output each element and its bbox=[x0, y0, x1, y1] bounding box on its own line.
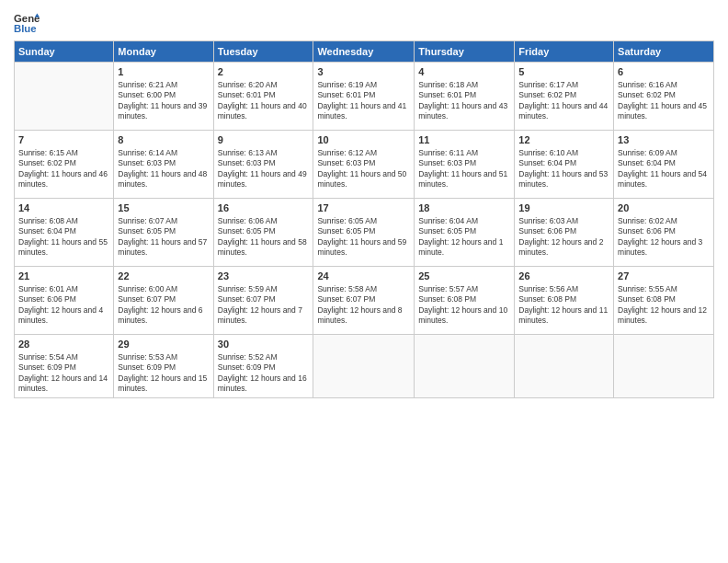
sunrise-text: Sunrise: 6:13 AM bbox=[218, 148, 278, 157]
daylight-text: Daylight: 12 hours and 6 minutes. bbox=[118, 305, 202, 325]
day-number: 23 bbox=[218, 270, 310, 283]
day-number: 8 bbox=[118, 133, 209, 147]
day-number: 11 bbox=[418, 133, 510, 147]
sunset-text: Sunset: 6:04 PM bbox=[518, 158, 576, 167]
day-number: 12 bbox=[518, 133, 609, 147]
sunrise-text: Sunrise: 6:06 AM bbox=[218, 216, 278, 225]
header-cell-friday: Friday bbox=[515, 41, 614, 63]
calendar-cell: 7Sunrise: 6:15 AMSunset: 6:02 PMDaylight… bbox=[15, 131, 114, 199]
sunrise-text: Sunrise: 6:08 AM bbox=[18, 216, 78, 225]
daylight-text: Daylight: 11 hours and 57 minutes. bbox=[118, 237, 207, 257]
daylight-text: Daylight: 11 hours and 45 minutes. bbox=[618, 101, 707, 121]
week-row-2: 7Sunrise: 6:15 AMSunset: 6:02 PMDaylight… bbox=[15, 131, 714, 199]
week-row-1: 1Sunrise: 6:21 AMSunset: 6:00 PMDaylight… bbox=[15, 63, 714, 131]
calendar-cell: 12Sunrise: 6:10 AMSunset: 6:04 PMDayligh… bbox=[515, 131, 614, 199]
day-number: 5 bbox=[518, 65, 609, 79]
calendar-cell: 23Sunrise: 5:59 AMSunset: 6:07 PMDayligh… bbox=[213, 267, 313, 335]
daylight-text: Daylight: 11 hours and 41 minutes. bbox=[317, 101, 406, 121]
sunrise-text: Sunrise: 6:19 AM bbox=[317, 80, 377, 89]
week-row-4: 21Sunrise: 6:01 AMSunset: 6:06 PMDayligh… bbox=[15, 267, 714, 335]
calendar-cell: 8Sunrise: 6:14 AMSunset: 6:03 PMDaylight… bbox=[114, 131, 213, 199]
sunset-text: Sunset: 6:00 PM bbox=[118, 90, 176, 99]
day-number: 29 bbox=[118, 338, 209, 351]
day-number: 10 bbox=[317, 133, 410, 147]
calendar-cell: 9Sunrise: 6:13 AMSunset: 6:03 PMDaylight… bbox=[213, 131, 313, 199]
sunrise-text: Sunrise: 6:18 AM bbox=[418, 80, 478, 89]
daylight-text: Daylight: 12 hours and 12 minutes. bbox=[618, 305, 707, 325]
sunrise-text: Sunrise: 6:04 AM bbox=[418, 216, 478, 225]
sunrise-text: Sunrise: 6:16 AM bbox=[618, 80, 677, 89]
daylight-text: Daylight: 12 hours and 14 minutes. bbox=[18, 373, 108, 393]
calendar-cell: 27Sunrise: 5:55 AMSunset: 6:08 PMDayligh… bbox=[614, 267, 714, 335]
calendar-cell: 11Sunrise: 6:11 AMSunset: 6:03 PMDayligh… bbox=[415, 131, 515, 199]
day-number: 4 bbox=[418, 65, 510, 79]
daylight-text: Daylight: 12 hours and 10 minutes. bbox=[418, 305, 507, 325]
calendar-cell: 6Sunrise: 6:16 AMSunset: 6:02 PMDaylight… bbox=[614, 63, 714, 131]
sunset-text: Sunset: 6:07 PM bbox=[118, 294, 176, 304]
calendar-cell: 21Sunrise: 6:01 AMSunset: 6:06 PMDayligh… bbox=[15, 267, 114, 335]
day-number: 17 bbox=[317, 201, 410, 215]
calendar-cell: 18Sunrise: 6:04 AMSunset: 6:05 PMDayligh… bbox=[415, 199, 515, 267]
sunrise-text: Sunrise: 6:09 AM bbox=[618, 148, 677, 157]
daylight-text: Daylight: 11 hours and 40 minutes. bbox=[218, 101, 307, 121]
calendar-cell: 15Sunrise: 6:07 AMSunset: 6:05 PMDayligh… bbox=[114, 199, 213, 267]
day-number: 15 bbox=[118, 201, 209, 215]
calendar-cell: 5Sunrise: 6:17 AMSunset: 6:02 PMDaylight… bbox=[515, 63, 614, 131]
calendar-cell: 17Sunrise: 6:05 AMSunset: 6:05 PMDayligh… bbox=[313, 199, 415, 267]
calendar-cell: 19Sunrise: 6:03 AMSunset: 6:06 PMDayligh… bbox=[515, 199, 614, 267]
daylight-text: Daylight: 11 hours and 55 minutes. bbox=[18, 237, 108, 257]
calendar-body: 1Sunrise: 6:21 AMSunset: 6:00 PMDaylight… bbox=[15, 63, 714, 398]
daylight-text: Daylight: 12 hours and 2 minutes. bbox=[518, 237, 603, 257]
calendar-cell: 28Sunrise: 5:54 AMSunset: 6:09 PMDayligh… bbox=[15, 335, 114, 398]
sunrise-text: Sunrise: 6:00 AM bbox=[118, 284, 177, 293]
sunset-text: Sunset: 6:07 PM bbox=[218, 294, 276, 304]
sunset-text: Sunset: 6:02 PM bbox=[18, 158, 76, 167]
calendar-cell: 26Sunrise: 5:56 AMSunset: 6:08 PMDayligh… bbox=[515, 267, 614, 335]
header-cell-thursday: Thursday bbox=[415, 41, 515, 63]
calendar-cell: 25Sunrise: 5:57 AMSunset: 6:08 PMDayligh… bbox=[415, 267, 515, 335]
calendar-cell bbox=[415, 335, 515, 398]
sunset-text: Sunset: 6:06 PM bbox=[18, 294, 76, 304]
sunrise-text: Sunrise: 5:59 AM bbox=[218, 284, 278, 293]
daylight-text: Daylight: 12 hours and 4 minutes. bbox=[18, 305, 103, 325]
sunset-text: Sunset: 6:01 PM bbox=[418, 90, 476, 99]
week-row-3: 14Sunrise: 6:08 AMSunset: 6:04 PMDayligh… bbox=[15, 199, 714, 267]
sunrise-text: Sunrise: 6:02 AM bbox=[618, 216, 677, 225]
daylight-text: Daylight: 12 hours and 16 minutes. bbox=[218, 373, 307, 393]
sunset-text: Sunset: 6:02 PM bbox=[618, 90, 676, 99]
day-number: 16 bbox=[218, 201, 310, 215]
sunset-text: Sunset: 6:03 PM bbox=[218, 158, 276, 167]
sunset-text: Sunset: 6:09 PM bbox=[118, 362, 176, 372]
day-number: 21 bbox=[18, 270, 109, 283]
sunset-text: Sunset: 6:05 PM bbox=[218, 226, 276, 236]
calendar-cell bbox=[15, 63, 114, 131]
calendar-cell bbox=[313, 335, 415, 398]
day-number: 3 bbox=[317, 65, 410, 79]
day-number: 28 bbox=[18, 338, 109, 351]
calendar-cell bbox=[515, 335, 614, 398]
header-cell-sunday: Sunday bbox=[15, 41, 114, 63]
calendar-cell: 30Sunrise: 5:52 AMSunset: 6:09 PMDayligh… bbox=[213, 335, 313, 398]
calendar-cell: 14Sunrise: 6:08 AMSunset: 6:04 PMDayligh… bbox=[15, 199, 114, 267]
sunrise-text: Sunrise: 5:52 AM bbox=[218, 352, 278, 362]
calendar-table: SundayMondayTuesdayWednesdayThursdayFrid… bbox=[14, 40, 714, 398]
sunset-text: Sunset: 6:05 PM bbox=[418, 226, 476, 236]
day-number: 20 bbox=[618, 201, 710, 215]
sunrise-text: Sunrise: 6:03 AM bbox=[518, 216, 578, 225]
daylight-text: Daylight: 11 hours and 53 minutes. bbox=[518, 169, 608, 189]
daylight-text: Daylight: 11 hours and 43 minutes. bbox=[418, 101, 507, 121]
sunrise-text: Sunrise: 6:21 AM bbox=[118, 80, 177, 89]
daylight-text: Daylight: 11 hours and 58 minutes. bbox=[218, 237, 307, 257]
sunrise-text: Sunrise: 6:20 AM bbox=[218, 80, 278, 89]
sunset-text: Sunset: 6:08 PM bbox=[618, 294, 676, 304]
sunrise-text: Sunrise: 6:11 AM bbox=[418, 148, 478, 157]
sunset-text: Sunset: 6:02 PM bbox=[518, 90, 576, 99]
sunset-text: Sunset: 6:06 PM bbox=[618, 226, 676, 236]
sunrise-text: Sunrise: 6:07 AM bbox=[118, 216, 177, 225]
sunrise-text: Sunrise: 6:17 AM bbox=[518, 80, 578, 89]
week-row-5: 28Sunrise: 5:54 AMSunset: 6:09 PMDayligh… bbox=[15, 335, 714, 398]
daylight-text: Daylight: 11 hours and 54 minutes. bbox=[618, 169, 707, 189]
day-number: 2 bbox=[218, 65, 310, 79]
sunrise-text: Sunrise: 6:12 AM bbox=[317, 148, 377, 157]
day-number: 18 bbox=[418, 201, 510, 215]
